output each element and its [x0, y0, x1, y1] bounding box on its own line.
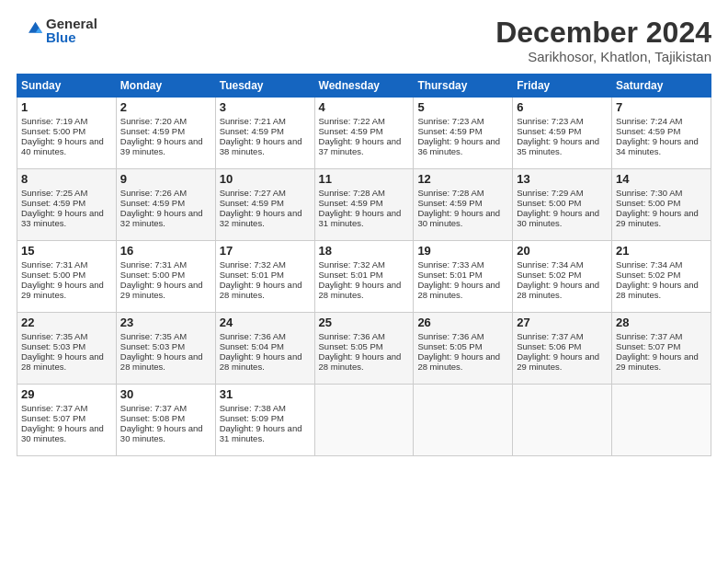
day-number: 25 [319, 316, 410, 329]
day-number: 19 [417, 244, 508, 258]
day-cell: 6 Sunrise: 7:23 AM Sunset: 4:59 PM Dayli… [513, 98, 612, 169]
day-number: 31 [220, 387, 311, 401]
sunset: Sunset: 5:00 PM [21, 126, 85, 136]
sunrise: Sunrise: 7:33 AM [417, 259, 483, 270]
sunrise: Sunrise: 7:37 AM [517, 331, 583, 341]
day-cell: 26 Sunrise: 7:36 AM Sunset: 5:05 PM Dayl… [414, 313, 513, 385]
day-number: 27 [517, 316, 608, 329]
sunset: Sunset: 4:59 PM [319, 198, 383, 208]
sunrise: Sunrise: 7:26 AM [120, 188, 187, 198]
day-header-saturday: Saturday [612, 75, 711, 98]
day-cell: 9 Sunrise: 7:26 AM Sunset: 4:59 PM Dayli… [116, 169, 215, 241]
sunrise: Sunrise: 7:37 AM [616, 331, 682, 341]
day-number: 17 [220, 244, 311, 258]
sunrise: Sunrise: 7:28 AM [417, 188, 483, 198]
logo-text: General Blue [46, 17, 97, 44]
sunrise: Sunrise: 7:36 AM [319, 331, 385, 341]
sunset: Sunset: 4:59 PM [21, 198, 85, 208]
title-block: December 2024 Sarikhosor, Khatlon, Tajik… [495, 17, 711, 64]
day-cell: 25 Sunrise: 7:36 AM Sunset: 5:05 PM Dayl… [314, 313, 414, 385]
sunrise: Sunrise: 7:31 AM [21, 259, 87, 270]
day-cell: 13 Sunrise: 7:29 AM Sunset: 5:00 PM Dayl… [513, 169, 612, 241]
day-number: 9 [120, 172, 211, 186]
month-title: December 2024 [495, 17, 711, 49]
day-number: 23 [120, 316, 211, 329]
sunrise: Sunrise: 7:32 AM [220, 259, 286, 270]
sunset: Sunset: 5:02 PM [517, 270, 581, 280]
day-number: 20 [517, 244, 608, 258]
sunrise: Sunrise: 7:30 AM [616, 188, 682, 198]
daylight-label: Daylight: 9 hours and 29 minutes. [120, 280, 203, 300]
day-number: 22 [21, 316, 112, 329]
sunset: Sunset: 4:59 PM [220, 198, 284, 208]
day-number: 30 [120, 387, 211, 401]
sunrise: Sunrise: 7:38 AM [220, 403, 286, 413]
sunrise: Sunrise: 7:35 AM [120, 331, 187, 341]
page-container: General Blue December 2024 Sarikhosor, K… [0, 0, 728, 465]
logo-blue: Blue [46, 30, 97, 44]
week-row-3: 15 Sunrise: 7:31 AM Sunset: 5:00 PM Dayl… [17, 241, 711, 313]
day-number: 28 [616, 316, 707, 329]
sunset: Sunset: 5:00 PM [517, 198, 581, 208]
daylight-label: Daylight: 9 hours and 28 minutes. [220, 280, 302, 300]
day-cell: 20 Sunrise: 7:34 AM Sunset: 5:02 PM Dayl… [513, 241, 612, 313]
day-cell: 27 Sunrise: 7:37 AM Sunset: 5:06 PM Dayl… [513, 313, 612, 385]
daylight-label: Daylight: 9 hours and 28 minutes. [21, 351, 104, 372]
sunset: Sunset: 5:02 PM [616, 270, 680, 280]
day-number: 11 [319, 172, 410, 186]
day-cell: 3 Sunrise: 7:21 AM Sunset: 4:59 PM Dayli… [215, 98, 314, 169]
sunrise: Sunrise: 7:31 AM [120, 259, 187, 270]
day-cell: 29 Sunrise: 7:37 AM Sunset: 5:07 PM Dayl… [17, 385, 117, 456]
sunrise: Sunrise: 7:23 AM [517, 116, 583, 126]
day-cell [414, 385, 513, 456]
day-number: 16 [120, 244, 211, 258]
daylight-label: Daylight: 9 hours and 37 minutes. [319, 136, 402, 156]
day-cell: 4 Sunrise: 7:22 AM Sunset: 4:59 PM Dayli… [314, 98, 414, 169]
day-cell: 24 Sunrise: 7:36 AM Sunset: 5:04 PM Dayl… [215, 313, 314, 385]
day-number: 5 [417, 100, 508, 114]
day-number: 24 [220, 316, 311, 329]
sunset: Sunset: 5:00 PM [120, 270, 185, 280]
sunrise: Sunrise: 7:19 AM [21, 116, 87, 126]
day-cell: 11 Sunrise: 7:28 AM Sunset: 4:59 PM Dayl… [314, 169, 414, 241]
daylight-label: Daylight: 9 hours and 29 minutes. [21, 280, 104, 300]
week-row-5: 29 Sunrise: 7:37 AM Sunset: 5:07 PM Dayl… [17, 385, 711, 456]
sunset: Sunset: 4:59 PM [120, 198, 185, 208]
day-cell: 23 Sunrise: 7:35 AM Sunset: 5:03 PM Dayl… [116, 313, 215, 385]
day-number: 2 [120, 100, 211, 114]
daylight-label: Daylight: 9 hours and 28 minutes. [616, 280, 699, 300]
sunset: Sunset: 5:01 PM [417, 270, 482, 280]
daylight-label: Daylight: 9 hours and 32 minutes. [220, 208, 302, 228]
sunrise: Sunrise: 7:25 AM [21, 188, 87, 198]
sunset: Sunset: 4:59 PM [319, 126, 383, 136]
sunrise: Sunrise: 7:22 AM [319, 116, 385, 126]
day-number: 13 [517, 172, 608, 186]
daylight-label: Daylight: 9 hours and 31 minutes. [220, 423, 302, 443]
daylight-label: Daylight: 9 hours and 28 minutes. [417, 351, 500, 372]
sunset: Sunset: 5:07 PM [616, 341, 680, 351]
day-header-wednesday: Wednesday [314, 75, 414, 98]
sunset: Sunset: 5:05 PM [417, 341, 482, 351]
day-header-sunday: Sunday [17, 75, 117, 98]
sunset: Sunset: 5:05 PM [319, 341, 383, 351]
sunset: Sunset: 5:00 PM [616, 198, 680, 208]
day-number: 8 [21, 172, 112, 186]
sunset: Sunset: 4:59 PM [616, 126, 680, 136]
daylight-label: Daylight: 9 hours and 28 minutes. [417, 280, 500, 300]
logo: General Blue [17, 17, 97, 44]
day-cell: 30 Sunrise: 7:37 AM Sunset: 5:08 PM Dayl… [116, 385, 215, 456]
sunrise: Sunrise: 7:34 AM [517, 259, 583, 270]
day-cell: 16 Sunrise: 7:31 AM Sunset: 5:00 PM Dayl… [116, 241, 215, 313]
sunrise: Sunrise: 7:20 AM [120, 116, 187, 126]
day-cell: 14 Sunrise: 7:30 AM Sunset: 5:00 PM Dayl… [612, 169, 711, 241]
day-number: 10 [220, 172, 311, 186]
week-row-2: 8 Sunrise: 7:25 AM Sunset: 4:59 PM Dayli… [17, 169, 711, 241]
sunset: Sunset: 5:09 PM [220, 413, 284, 423]
day-header-tuesday: Tuesday [215, 75, 314, 98]
day-number: 15 [21, 244, 112, 258]
day-number: 1 [21, 100, 112, 114]
sunset: Sunset: 4:59 PM [220, 126, 284, 136]
sunrise: Sunrise: 7:32 AM [319, 259, 385, 270]
day-cell: 5 Sunrise: 7:23 AM Sunset: 4:59 PM Dayli… [414, 98, 513, 169]
day-cell: 2 Sunrise: 7:20 AM Sunset: 4:59 PM Dayli… [116, 98, 215, 169]
